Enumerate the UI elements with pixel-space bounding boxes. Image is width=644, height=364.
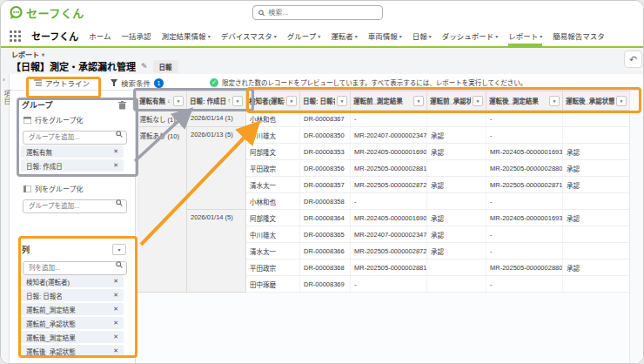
field-pill[interactable]: 運転後_測定結果✕ xyxy=(21,331,124,343)
field-pill[interactable]: 検知者(運転者)✕ xyxy=(21,275,124,287)
undo-icon: ↶ xyxy=(629,54,637,64)
nav-item-label: 運転者 xyxy=(331,30,353,41)
remove-icon[interactable]: ✕ xyxy=(113,292,118,299)
table-cell: - xyxy=(486,111,563,127)
remove-icon[interactable]: ✕ xyxy=(113,278,118,285)
table-cell xyxy=(427,160,486,177)
app-logo[interactable]: セーフくん xyxy=(9,4,84,21)
group-cell: 2026/01/13 (5) xyxy=(187,127,246,210)
group-cell: 運転あり (10) xyxy=(137,127,187,293)
vertical-scrollbar[interactable] xyxy=(629,91,644,364)
nav-item-車両情報[interactable]: 車両情報▾ xyxy=(368,25,402,46)
column-menu-button[interactable]: ▾ xyxy=(413,96,424,106)
table-cell: 承認 xyxy=(563,177,630,193)
breadcrumb[interactable]: レポート ▾ xyxy=(11,50,44,59)
column-header-content: 検知者(運転者)▾ xyxy=(249,96,297,106)
field-pill[interactable]: 運転前_承認状態✕ xyxy=(21,317,124,329)
table-row: 運転あり (10)2026/01/13 (5)中川雄太DR-00008350MR… xyxy=(137,127,630,144)
columns-menu-button[interactable]: ▾ xyxy=(112,244,126,255)
remove-icon[interactable]: ✕ xyxy=(113,162,118,169)
table-cell: - xyxy=(486,226,563,243)
column-header[interactable]: 日報: 日報名▾ xyxy=(300,91,351,111)
table-cell xyxy=(563,226,630,243)
app-launcher-waffle-icon[interactable] xyxy=(10,30,21,42)
nav-item-label: グループ xyxy=(287,30,317,41)
field-pill[interactable]: 運転有無✕ xyxy=(21,145,124,158)
column-menu-button[interactable]: ▾ xyxy=(549,96,560,106)
table-cell: 阿部隆文 xyxy=(246,210,300,226)
column-header-label: 日報: 作成日 xyxy=(190,96,226,105)
tab-outline[interactable]: アウトライン xyxy=(34,78,90,88)
table-cell xyxy=(563,127,630,144)
nav-item-日報[interactable]: 日報▾ xyxy=(413,25,432,46)
column-header-label: 日報: 日報名 xyxy=(303,96,335,105)
report-preview: 運転有無↓▾日報: 作成日↑▾検知者(運転者)▾日報: 日報名▾運転前_測定結果… xyxy=(136,91,644,364)
add-row-group-input[interactable] xyxy=(23,131,127,145)
logo-text: セーフくん xyxy=(26,4,84,21)
tab-filters[interactable]: 検索条件 1 xyxy=(111,78,164,88)
group-cell: 運転なし (1) xyxy=(137,111,187,127)
table-cell: - xyxy=(351,193,427,210)
edit-icon[interactable]: ✎ xyxy=(141,62,148,71)
field-pill[interactable]: 運転後_承認状態✕ xyxy=(21,345,124,357)
table-cell: 田中琢磨 xyxy=(246,276,300,293)
column-menu-button[interactable]: ▾ xyxy=(232,96,243,106)
field-pill[interactable]: 日報: 作成日✕ xyxy=(21,159,124,172)
table-cell: 清水太一 xyxy=(246,243,300,260)
field-pill[interactable]: 日報: 日報名✕ xyxy=(21,289,124,301)
nav-item-デバイスマスタ[interactable]: デバイスマスタ▾ xyxy=(221,25,277,46)
nav-item-グループ[interactable]: グループ▾ xyxy=(287,25,321,46)
nav-item-簡易報告マスタ[interactable]: 簡易報告マスタ xyxy=(553,25,605,46)
table-cell xyxy=(427,260,486,276)
column-header[interactable]: 運転後_測定結果▾ xyxy=(486,91,563,111)
column-header[interactable]: 日報: 作成日↑▾ xyxy=(187,91,246,111)
column-header[interactable]: 運転前_測定結果▾ xyxy=(351,91,427,111)
table-cell xyxy=(563,276,630,293)
table-cell: MR-202405-0000001690 xyxy=(351,210,427,226)
trash-icon[interactable] xyxy=(118,101,126,110)
check-circle-icon: ✓ xyxy=(210,78,218,87)
collapse-chevron-icon[interactable]: › xyxy=(3,76,5,84)
nav-item-レポート[interactable]: レポート▾ xyxy=(508,25,542,46)
column-header[interactable]: 運転前_承認状態▾ xyxy=(427,91,486,111)
undo-button[interactable]: ↶ xyxy=(624,51,642,68)
add-column-input[interactable] xyxy=(23,261,127,275)
col-group-label-text: 列をグループ化 xyxy=(35,184,84,193)
column-menu-button[interactable]: ▾ xyxy=(286,96,297,106)
column-menu-button[interactable]: ▾ xyxy=(173,96,184,106)
column-header[interactable]: 検知者(運転者)▾ xyxy=(246,91,300,111)
remove-icon[interactable]: ✕ xyxy=(113,334,118,340)
nav-item-測定結果情報[interactable]: 測定結果情報▾ xyxy=(162,25,211,46)
field-pill[interactable]: 運転前_測定結果✕ xyxy=(21,303,124,315)
row-group-label-text: 行をグループ化 xyxy=(35,115,84,125)
column-header[interactable]: 運転有無↓▾ xyxy=(137,91,187,111)
field-pill-label: 運転前_測定結果 xyxy=(26,305,76,314)
remove-icon[interactable]: ✕ xyxy=(113,347,118,354)
nav-item-label: 簡易報告マスタ xyxy=(553,30,605,41)
table-cell: - xyxy=(351,111,427,127)
group-cell: 2026/01/14 (5) xyxy=(187,210,246,293)
column-menu-button[interactable]: ▾ xyxy=(337,96,347,106)
chevron-down-icon: ▾ xyxy=(355,33,358,39)
column-header[interactable]: 運転後_承認状態▾ xyxy=(563,91,630,111)
table-cell: - xyxy=(486,193,563,210)
preview-table: 運転有無↓▾日報: 作成日↑▾検知者(運転者)▾日報: 日報名▾運転前_測定結果… xyxy=(136,91,630,293)
field-pill-label: 運転後_承認状態 xyxy=(26,347,76,356)
remove-icon[interactable]: ✕ xyxy=(113,320,118,327)
global-search[interactable] xyxy=(252,5,383,20)
column-menu-button[interactable]: ▾ xyxy=(616,96,627,106)
search-icon xyxy=(116,261,123,268)
table-cell: 小林和也 xyxy=(246,111,300,127)
sort-asc-icon: ↑ xyxy=(228,98,231,104)
nav-item-ダッシュボード[interactable]: ダッシュボード▾ xyxy=(442,25,499,46)
app-window: セーフくん セーフくん ホーム一括承認測定結果情報▾デバイスマスタ▾グループ▾運… xyxy=(0,0,644,364)
add-col-group-input[interactable] xyxy=(23,199,127,213)
remove-icon[interactable]: ✕ xyxy=(113,306,118,313)
nav-item-運転者[interactable]: 運転者▾ xyxy=(331,25,358,46)
remove-icon[interactable]: ✕ xyxy=(113,148,118,155)
search-input[interactable] xyxy=(268,9,377,17)
nav-item-ホーム[interactable]: ホーム xyxy=(89,25,111,46)
builder-toolbar: アウトライン 検索条件 1 ✓ 限定された数のレコードをプレビューしています。す… xyxy=(1,74,644,91)
nav-item-一括承認[interactable]: 一括承認 xyxy=(122,25,151,46)
column-menu-button[interactable]: ▾ xyxy=(473,96,483,106)
